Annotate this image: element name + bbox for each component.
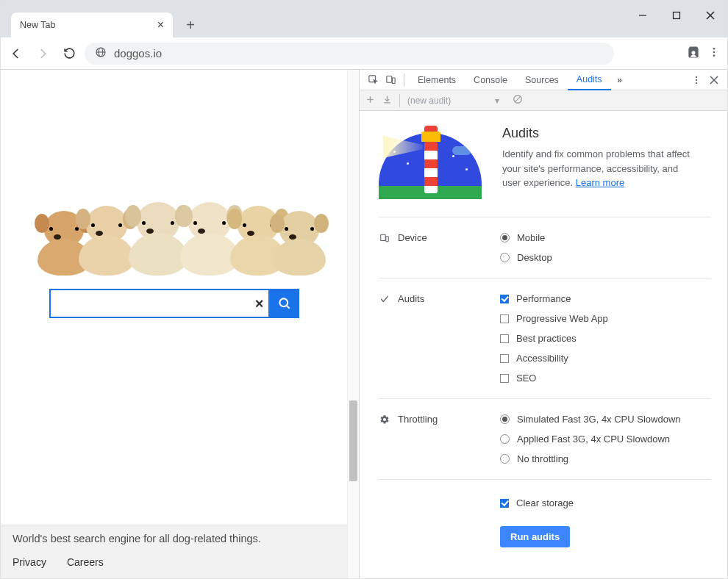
radio-applied-3g[interactable]: Applied Fast 3G, 4x CPU Slowdown <box>500 434 711 445</box>
audits-dropdown-placeholder: (new audit) <box>407 96 451 106</box>
svg-point-17 <box>696 79 697 80</box>
gear-icon <box>379 414 390 425</box>
run-audits-button[interactable]: Run audits <box>500 526 570 547</box>
svg-point-7 <box>692 51 696 54</box>
clear-audits-icon[interactable] <box>513 94 523 107</box>
checkbox-clear-storage[interactable]: Clear storage <box>500 497 711 508</box>
section-label-throttling: Throttling <box>398 414 438 425</box>
svg-point-18 <box>696 82 697 83</box>
svg-point-10 <box>713 54 715 57</box>
radio-simulated-3g[interactable]: Simulated Fast 3G, 4x CPU Slowdown <box>500 414 711 425</box>
radio-no-throttling[interactable]: No throttling <box>500 453 711 464</box>
svg-rect-27 <box>381 234 385 240</box>
audits-description: Identify and fix common problems that af… <box>502 147 693 190</box>
checkbox-accessibility[interactable]: Accessibility <box>500 353 711 364</box>
lighthouse-illustration <box>379 126 482 199</box>
footer-link-privacy[interactable]: Privacy <box>13 556 46 568</box>
audits-title: Audits <box>502 126 693 141</box>
checkbox-best-practices[interactable]: Best practices <box>500 333 711 344</box>
audits-intro: Audits Identify and fix common problems … <box>379 126 711 217</box>
devtools-menu-icon[interactable] <box>688 71 705 89</box>
page-viewport: × World's best search engine for all dog… <box>1 70 360 578</box>
svg-point-16 <box>696 76 697 77</box>
scroll-thumb[interactable] <box>349 400 357 481</box>
divider <box>404 73 404 87</box>
audits-toolbar: (new audit) ▾ <box>360 90 727 111</box>
forward-button[interactable] <box>32 43 54 65</box>
checkbox-seo[interactable]: SEO <box>500 373 711 384</box>
svg-point-9 <box>713 51 715 53</box>
tab-close-icon[interactable]: × <box>157 19 164 31</box>
footer-link-careers[interactable]: Careers <box>67 556 104 568</box>
section-label-audits: Audits <box>398 293 424 304</box>
tagline: World's best search engine for all dog-r… <box>13 533 335 544</box>
tab-elements[interactable]: Elements <box>409 70 465 90</box>
window-minimize-button[interactable] <box>626 1 660 30</box>
reload-button[interactable] <box>58 43 80 65</box>
svg-rect-15 <box>392 78 395 84</box>
address-bar[interactable]: doggos.io <box>85 43 614 65</box>
svg-line-12 <box>286 306 289 309</box>
new-audit-icon[interactable] <box>365 95 375 107</box>
browser-tab[interactable]: New Tab × <box>11 12 173 37</box>
tab-title: New Tab <box>20 20 55 30</box>
svg-point-11 <box>279 298 288 306</box>
learn-more-link[interactable]: Learn more <box>576 177 624 188</box>
back-button[interactable] <box>5 43 27 65</box>
tab-console[interactable]: Console <box>465 70 516 90</box>
section-label-device: Device <box>398 232 427 243</box>
more-tabs-icon[interactable]: » <box>611 71 629 89</box>
devtools-close-icon[interactable] <box>705 71 723 89</box>
chevron-down-icon: ▾ <box>495 96 499 106</box>
devtools-panel: Elements Console Sources Audits » <box>360 70 727 578</box>
search-button[interactable] <box>270 289 299 318</box>
checkbox-performance[interactable]: Performance <box>500 293 711 304</box>
title-bar: New Tab × + <box>1 1 727 37</box>
download-audit-icon[interactable] <box>382 95 392 107</box>
radio-desktop[interactable]: Desktop <box>500 252 711 263</box>
devtools-tabstrip: Elements Console Sources Audits » <box>360 70 727 90</box>
tab-audits[interactable]: Audits <box>568 70 611 90</box>
page-scrollbar[interactable] <box>347 70 359 578</box>
svg-rect-14 <box>386 76 391 83</box>
svg-line-26 <box>515 96 521 102</box>
url-text: doggos.io <box>114 47 162 60</box>
window-maximize-button[interactable] <box>660 1 693 30</box>
globe-icon <box>95 46 107 60</box>
check-icon <box>379 293 390 305</box>
inspect-element-icon[interactable] <box>364 71 382 89</box>
svg-rect-1 <box>674 12 680 19</box>
search-input[interactable] <box>49 289 270 318</box>
device-icon <box>379 232 390 244</box>
checkbox-pwa[interactable]: Progressive Web App <box>500 313 711 324</box>
audits-dropdown[interactable]: (new audit) ▾ <box>407 96 499 106</box>
hero-illustration <box>35 158 314 276</box>
divider <box>399 94 400 107</box>
browser-menu-icon[interactable] <box>708 46 720 61</box>
device-toggle-icon[interactable] <box>382 71 399 89</box>
clear-search-icon[interactable]: × <box>255 295 264 312</box>
page-footer: World's best search engine for all dog-r… <box>1 525 347 578</box>
new-tab-button[interactable]: + <box>180 15 201 35</box>
svg-point-8 <box>713 48 715 50</box>
window-close-button[interactable] <box>693 1 727 30</box>
tab-sources[interactable]: Sources <box>516 70 568 90</box>
radio-mobile[interactable]: Mobile <box>500 232 711 243</box>
browser-toolbar: doggos.io <box>1 37 727 70</box>
account-icon[interactable] <box>686 45 701 62</box>
svg-rect-28 <box>386 237 389 242</box>
